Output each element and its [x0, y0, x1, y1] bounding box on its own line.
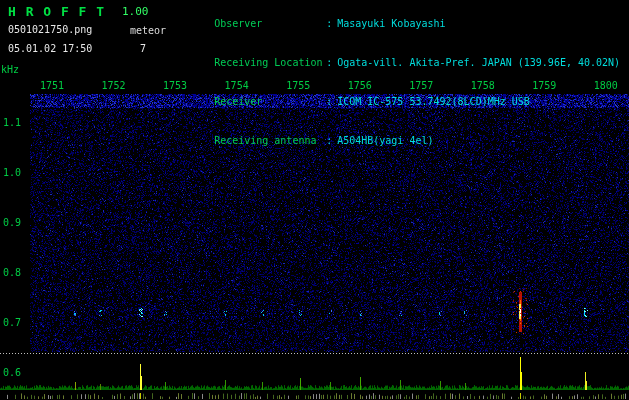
time-tick-label: 1751 — [40, 80, 64, 91]
info-value: ICOM IC-575 53.7492(8LCD)MHz USB — [337, 96, 530, 107]
time-tick-label: 1755 — [286, 80, 310, 91]
info-separator: : — [326, 57, 332, 68]
mode-label: meteor — [130, 25, 166, 36]
info-value: A504HB(yagi 4el) — [337, 135, 433, 146]
freq-tick-label: 0.9 — [3, 217, 21, 228]
time-tick-label: 1759 — [532, 80, 556, 91]
meteor-count: 7 — [140, 43, 146, 54]
time-tick-label: 1800 — [594, 80, 618, 91]
info-separator: : — [326, 135, 332, 146]
info-separator: : — [326, 18, 332, 29]
info-row-antenna: Receiving antenna:A504HB(yagi 4el) — [178, 121, 620, 160]
time-tick-label: 1754 — [225, 80, 249, 91]
time-tick-label: 1756 — [348, 80, 372, 91]
time-tick-label: 1753 — [163, 80, 187, 91]
hrofft-output-window: H R O F F T 1.00 0501021750.png meteor 0… — [0, 0, 629, 400]
freq-tick-label: 0.7 — [3, 317, 21, 328]
info-value: Masayuki Kobayashi — [337, 18, 445, 29]
info-label: Receiving antenna — [214, 134, 326, 147]
freq-tick-label: 0.8 — [3, 267, 21, 278]
app-version: 1.00 — [122, 5, 149, 18]
info-label: Observer — [214, 17, 326, 30]
info-value: Ogata-vill. Akita-Pref. JAPAN (139.96E, … — [337, 57, 620, 68]
info-label: Receiving Location — [214, 56, 326, 69]
app-title: H R O F F T — [8, 4, 105, 19]
freq-tick-label: 1.1 — [3, 117, 21, 128]
time-tick-label: 1757 — [409, 80, 433, 91]
y-axis-unit-label: kHz — [1, 64, 19, 75]
output-filename: 0501021750.png — [8, 24, 92, 35]
time-axis: 1751 1752 1753 1754 1755 1756 1757 1758 … — [40, 80, 618, 91]
info-row-location: Receiving Location:Ogata-vill. Akita-Pre… — [178, 43, 620, 82]
info-label: Receiver — [214, 95, 326, 108]
freq-tick-label: 1.0 — [3, 167, 21, 178]
time-tick-label: 1752 — [102, 80, 126, 91]
time-tick-label: 1758 — [471, 80, 495, 91]
freq-tick-label: 0.6 — [3, 367, 21, 378]
timestamp: 05.01.02 17:50 — [8, 43, 92, 54]
info-separator: : — [326, 96, 332, 107]
info-row-observer: Observer:Masayuki Kobayashi — [178, 4, 620, 43]
